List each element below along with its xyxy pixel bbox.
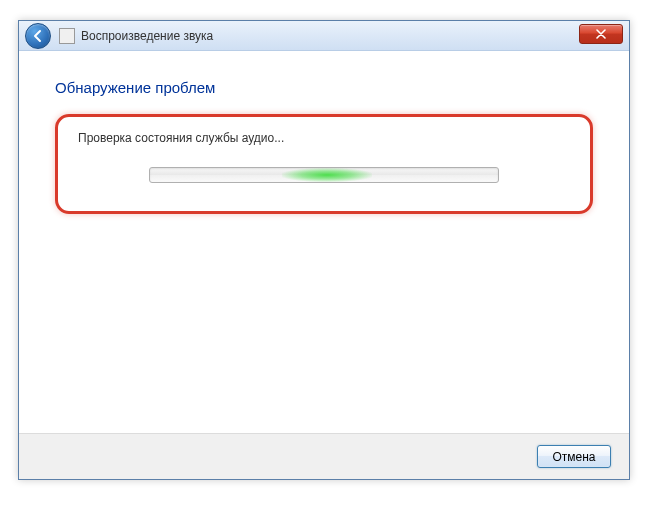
troubleshooter-window: Воспроизведение звука Обнаружение пробле… [18, 20, 630, 480]
cancel-button[interactable]: Отмена [537, 445, 611, 468]
progress-container [78, 167, 570, 183]
close-button[interactable] [579, 24, 623, 44]
status-panel: Проверка состояния службы аудио... [55, 114, 593, 214]
status-text: Проверка состояния службы аудио... [78, 131, 570, 145]
progress-bar [149, 167, 499, 183]
page-heading: Обнаружение проблем [55, 79, 593, 96]
close-icon [596, 29, 606, 39]
content-area: Обнаружение проблем Проверка состояния с… [19, 51, 629, 433]
back-arrow-icon [31, 29, 45, 43]
window-title: Воспроизведение звука [81, 29, 213, 43]
footer-bar: Отмена [19, 433, 629, 479]
back-button[interactable] [25, 23, 51, 49]
window-icon [59, 28, 75, 44]
titlebar: Воспроизведение звука [19, 21, 629, 51]
progress-indicator [282, 168, 372, 182]
